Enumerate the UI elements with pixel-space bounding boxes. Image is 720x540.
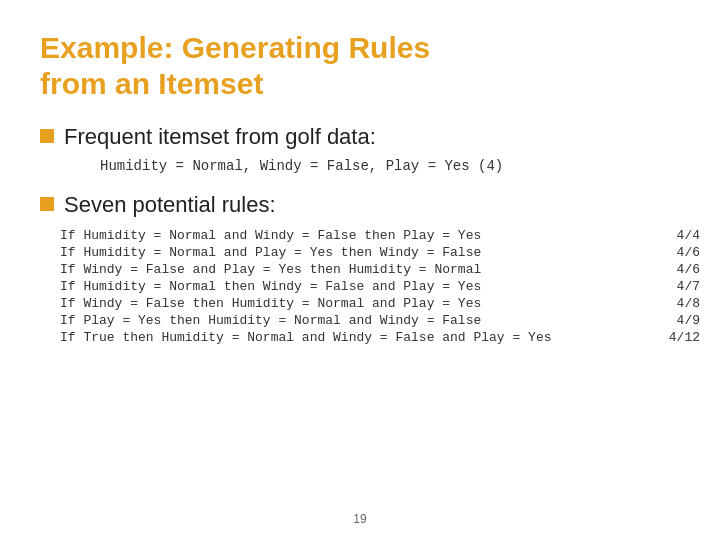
- rule-text-6: If Play = Yes then Humidity = Normal and…: [60, 313, 667, 328]
- rule-text-4: If Humidity = Normal then Windy = False …: [60, 279, 667, 294]
- section-frequent-itemset: Frequent itemset from golf data: Humidit…: [40, 124, 680, 174]
- rules-table: If Humidity = Normal and Windy = False t…: [60, 228, 700, 345]
- rule-ratio-3: 4/6: [677, 262, 700, 277]
- rule-text-3: If Windy = False and Play = Yes then Hum…: [60, 262, 667, 277]
- bullet-text-1: Frequent itemset from golf data:: [64, 124, 376, 150]
- rule-text-2: If Humidity = Normal and Play = Yes then…: [60, 245, 667, 260]
- rule-row: If Windy = False then Humidity = Normal …: [60, 296, 700, 311]
- bullet-row-2: Seven potential rules:: [40, 192, 680, 218]
- bullet-square-2: [40, 197, 54, 211]
- rule-row: If Humidity = Normal and Play = Yes then…: [60, 245, 700, 260]
- bullet-text-2: Seven potential rules:: [64, 192, 276, 218]
- rule-ratio-6: 4/9: [677, 313, 700, 328]
- bullet-square-1: [40, 129, 54, 143]
- title-line1: Example: Generating Rules: [40, 31, 430, 64]
- rule-ratio-1: 4/4: [677, 228, 700, 243]
- section-rules: Seven potential rules: If Humidity = Nor…: [40, 192, 680, 345]
- slide: Example: Generating Rules from an Itemse…: [0, 0, 720, 540]
- title-line2: from an Itemset: [40, 67, 263, 100]
- rule-row: If Humidity = Normal and Windy = False t…: [60, 228, 700, 243]
- rule-ratio-2: 4/6: [677, 245, 700, 260]
- bullet-row-1: Frequent itemset from golf data:: [40, 124, 680, 150]
- rule-row: If True then Humidity = Normal and Windy…: [60, 330, 700, 345]
- rule-row: If Play = Yes then Humidity = Normal and…: [60, 313, 700, 328]
- rule-row: If Humidity = Normal then Windy = False …: [60, 279, 700, 294]
- rule-text-7: If True then Humidity = Normal and Windy…: [60, 330, 659, 345]
- rule-ratio-4: 4/7: [677, 279, 700, 294]
- rule-ratio-5: 4/8: [677, 296, 700, 311]
- rule-text-1: If Humidity = Normal and Windy = False t…: [60, 228, 667, 243]
- rule-row: If Windy = False and Play = Yes then Hum…: [60, 262, 700, 277]
- itemset-line: Humidity = Normal, Windy = False, Play =…: [100, 158, 680, 174]
- page-number: 19: [353, 512, 366, 526]
- rule-text-5: If Windy = False then Humidity = Normal …: [60, 296, 667, 311]
- rule-ratio-7: 4/12: [669, 330, 700, 345]
- slide-title: Example: Generating Rules from an Itemse…: [40, 30, 680, 102]
